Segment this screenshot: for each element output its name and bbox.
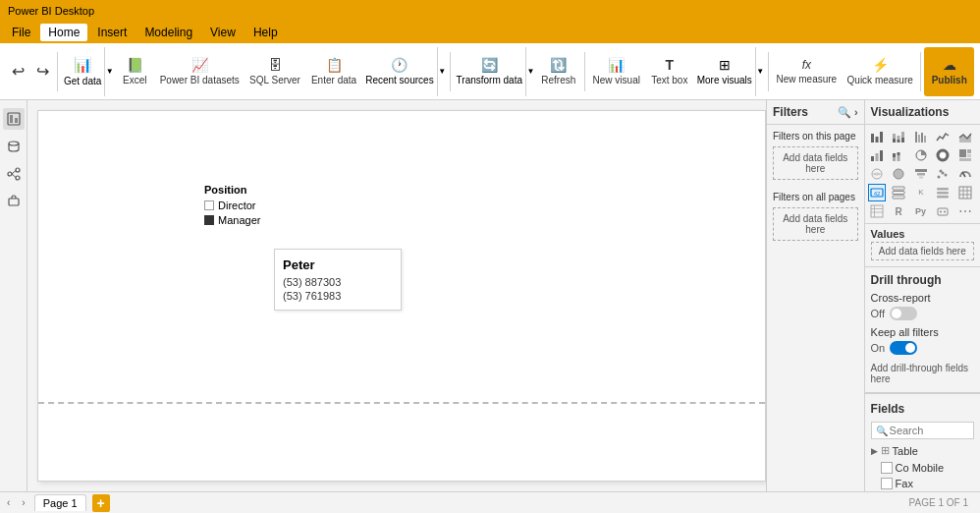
viz-R[interactable]: R <box>890 202 907 220</box>
keep-filters-on-label: On <box>871 342 886 354</box>
viz-col-chart[interactable] <box>868 146 886 164</box>
enter-data-button[interactable]: 📋 Enter data <box>306 47 361 96</box>
viz-kpi[interactable]: K <box>912 184 930 201</box>
viz-ai[interactable] <box>934 202 952 220</box>
sidebar-data-icon[interactable] <box>3 136 25 157</box>
viz-pie-chart[interactable] <box>912 146 930 164</box>
svg-rect-16 <box>898 140 900 142</box>
get-data-icon: 📊 <box>74 56 92 74</box>
page-count: PAGE 1 OF 1 <box>909 497 968 508</box>
values-section: Values Add data fields here <box>865 224 980 262</box>
viz-bar-chart[interactable] <box>868 128 886 145</box>
viz-map[interactable] <box>868 165 886 183</box>
field-table-row[interactable]: ▶ ⊞ Table <box>865 441 980 460</box>
svg-rect-30 <box>898 152 900 155</box>
viz-table[interactable] <box>956 184 974 201</box>
viz-gauge[interactable] <box>956 165 974 183</box>
excel-icon: 📗 <box>127 57 143 73</box>
menu-insert[interactable]: Insert <box>89 24 135 41</box>
more-visuals-button[interactable]: ⊞ More visuals ▼ <box>694 47 765 96</box>
sidebar-model-icon[interactable] <box>3 163 25 185</box>
redo-icon: ↪ <box>36 64 49 80</box>
viz-python[interactable]: Py <box>912 202 930 220</box>
viz-card[interactable]: 42 <box>868 184 886 201</box>
menu-modeling[interactable]: Modeling <box>136 24 200 41</box>
viz-stacked-bar[interactable] <box>890 128 907 145</box>
field-fax[interactable]: Fax <box>865 476 980 491</box>
new-measure-button[interactable]: fx New measure <box>772 47 842 96</box>
viz-filled-map[interactable] <box>890 165 907 183</box>
viz-area-chart[interactable] <box>956 128 974 145</box>
page-nav-next[interactable]: › <box>19 495 27 510</box>
viz-clustered-bar[interactable] <box>912 128 930 145</box>
get-data-button[interactable]: 📊 Get data ▼ <box>61 47 114 96</box>
viz-line-chart[interactable] <box>934 128 952 145</box>
panel-separator <box>865 392 980 394</box>
viz-stacked-col[interactable] <box>890 146 907 164</box>
sidebar-ai-icon[interactable] <box>3 191 25 212</box>
svg-point-67 <box>940 211 942 213</box>
viz-more[interactable]: ⋯ <box>956 202 974 220</box>
page-nav-prev[interactable]: ‹ <box>4 495 13 510</box>
sql-button[interactable]: 🗄 SQL Server <box>245 47 305 96</box>
app-title: Power BI Desktop <box>8 5 94 17</box>
sidebar-report-icon[interactable] <box>3 108 25 130</box>
viz-funnel[interactable] <box>912 165 930 183</box>
cross-report-off-label: Off <box>871 308 885 319</box>
cross-report-toggle[interactable] <box>890 307 917 320</box>
recent-sources-button[interactable]: 🕐 Recent sources ▼ <box>362 47 446 96</box>
publish-button[interactable]: ☁ Publish <box>924 47 974 96</box>
svg-rect-19 <box>915 132 917 142</box>
status-bar: ‹ › Page 1 + PAGE 1 OF 1 <box>0 491 980 513</box>
viz-scatter[interactable] <box>934 165 952 183</box>
fields-search-box[interactable]: 🔍 <box>871 422 974 439</box>
ribbon-sep5 <box>920 52 921 91</box>
enter-data-icon: 📋 <box>326 57 343 73</box>
viz-donut-chart[interactable] <box>934 146 952 164</box>
field-cb-co-mobile <box>881 462 893 474</box>
menu-help[interactable]: Help <box>245 24 286 41</box>
menu-view[interactable]: View <box>202 24 244 41</box>
add-page-button[interactable]: + <box>92 494 110 512</box>
refresh-button[interactable]: 🔃 Refresh <box>536 47 581 96</box>
new-visual-icon: 📊 <box>608 57 625 73</box>
fields-panel-header: Fields <box>865 398 980 420</box>
svg-rect-51 <box>893 192 904 195</box>
page-tab[interactable]: Page 1 <box>34 494 86 511</box>
excel-button[interactable]: 📗 Excel <box>115 47 154 96</box>
new-visual-button[interactable]: 📊 New visual <box>588 47 645 96</box>
quick-measure-button[interactable]: ⚡ Quick measure <box>843 47 917 96</box>
viz-treemap[interactable] <box>956 146 974 164</box>
menu-home[interactable]: Home <box>40 24 87 41</box>
viz-matrix[interactable] <box>868 202 886 220</box>
undo-button[interactable]: ↩ <box>6 47 29 96</box>
menu-file[interactable]: File <box>4 24 38 41</box>
powerbi-datasets-button[interactable]: 📈 Power BI datasets <box>155 47 244 96</box>
add-fields-all-btn[interactable]: Add data fields here <box>773 207 858 241</box>
transform-data-button[interactable]: 🔄 Transform data ▼ <box>454 47 535 96</box>
report-page[interactable]: Position Director Manager Peter (53) 887… <box>37 110 766 482</box>
svg-rect-36 <box>967 154 971 157</box>
viz-multirow-card[interactable] <box>890 184 907 201</box>
svg-rect-62 <box>871 205 883 217</box>
table-icon: ⊞ <box>881 444 890 457</box>
svg-rect-42 <box>919 177 923 179</box>
add-fields-page-btn[interactable]: Add data fields here <box>773 146 858 180</box>
fields-search-input[interactable] <box>890 425 969 436</box>
svg-rect-41 <box>917 173 925 176</box>
canvas-area: Position Director Manager Peter (53) 887… <box>27 100 980 491</box>
svg-rect-35 <box>967 149 971 153</box>
more-visuals-icon: ⊞ <box>719 57 731 73</box>
redo-button[interactable]: ↪ <box>30 47 54 96</box>
filters-search-icon[interactable]: 🔍 <box>838 106 851 119</box>
viz-fields-panel: Visualizations <box>865 100 980 491</box>
filters-collapse-icon[interactable]: › <box>854 106 858 118</box>
legend: Position Director Manager <box>200 180 264 230</box>
field-co-mobile[interactable]: Co Mobile <box>865 460 980 476</box>
text-box-button[interactable]: T Text box <box>646 47 693 96</box>
viz-slicer[interactable] <box>934 184 952 201</box>
svg-point-6 <box>16 176 20 180</box>
card-visual[interactable]: Peter (53) 887303 (53) 761983 <box>274 249 402 311</box>
values-add-field[interactable]: Add data fields here <box>871 242 974 260</box>
keep-filters-toggle[interactable] <box>890 341 917 355</box>
